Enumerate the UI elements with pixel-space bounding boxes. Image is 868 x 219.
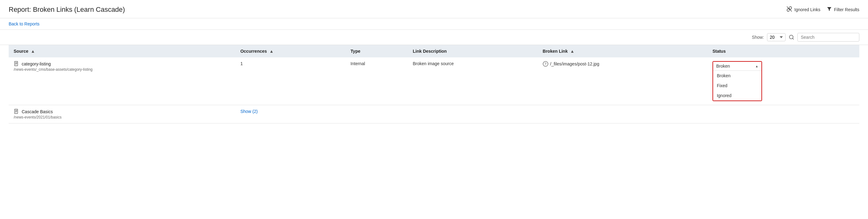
- filter-icon: [827, 6, 832, 13]
- source-name-text: Cascade Basics: [22, 109, 53, 114]
- table-header-row: Source ▲ Occurrences ▲ Type Link Descrip…: [9, 45, 859, 57]
- broken-link-text: /_files/images/post-12.jpg: [550, 61, 599, 66]
- ignored-links-label: Ignored Links: [794, 7, 820, 12]
- broken-links-table: Source ▲ Occurrences ▲ Type Link Descrip…: [9, 45, 859, 124]
- status-dropdown[interactable]: Broken ▲ Broken Fixed Ignored: [712, 61, 762, 101]
- search-input[interactable]: [797, 33, 859, 42]
- source-path-text: /news-events/2021/01/basics: [13, 115, 230, 119]
- status-option-ignored[interactable]: Ignored: [713, 90, 762, 101]
- occurrences-cell: 1: [236, 57, 346, 105]
- status-option-broken[interactable]: Broken: [713, 71, 762, 81]
- col-occurrences: Occurrences ▲: [236, 45, 346, 57]
- occurrences-cell: Show (2): [236, 105, 346, 124]
- show-label: Show:: [752, 35, 764, 40]
- status-option-fixed[interactable]: Fixed: [713, 81, 762, 90]
- type-cell: [346, 105, 408, 124]
- header-actions: Ignored Links Filter Results: [786, 6, 859, 13]
- source-cell: Cascade Basics /news-events/2021/01/basi…: [9, 105, 236, 124]
- filter-results-label: Filter Results: [834, 7, 859, 12]
- source-cell: category-listing /news-events/_cms/base-…: [9, 57, 236, 105]
- source-sort-icon[interactable]: ▲: [31, 49, 35, 54]
- search-icon-button[interactable]: [789, 34, 794, 40]
- show-occurrences-link[interactable]: Show (2): [240, 109, 258, 114]
- table-row: category-listing /news-events/_cms/base-…: [9, 57, 859, 105]
- svg-line-2: [793, 38, 793, 39]
- status-cell: [708, 105, 859, 124]
- toolbar: Show: 10 20 50 100: [0, 30, 868, 45]
- col-source: Source ▲: [9, 45, 236, 57]
- broken-link-cell: [538, 105, 708, 124]
- broken-link-cell: ? /_files/images/post-12.jpg: [538, 57, 708, 105]
- chevron-up-icon: ▲: [755, 64, 758, 68]
- document-icon: [13, 61, 19, 67]
- col-type: Type: [346, 45, 408, 57]
- status-selected-value: Broken: [716, 63, 730, 69]
- broken-link-icon: ?: [543, 61, 548, 67]
- back-to-reports-link[interactable]: Back to Reports: [0, 18, 868, 30]
- source-name-text: category-listing: [22, 61, 51, 66]
- source-path-text: /news-events/_cms/base-assets/category-l…: [13, 67, 230, 72]
- page-title: Report: Broken Links (Learn Cascade): [9, 6, 125, 13]
- occurrences-sort-icon[interactable]: ▲: [269, 49, 274, 54]
- status-options-list: Broken Fixed Ignored: [713, 71, 762, 101]
- status-cell: Broken ▲ Broken Fixed Ignored: [708, 57, 859, 105]
- link-description-cell: [408, 105, 537, 124]
- page-header: Report: Broken Links (Learn Cascade) Ign…: [0, 0, 868, 18]
- search-icon: [789, 34, 794, 40]
- ignored-links-icon: [786, 6, 793, 13]
- status-select-display[interactable]: Broken ▲: [713, 62, 762, 71]
- col-link-description: Link Description: [408, 45, 537, 57]
- filter-results-button[interactable]: Filter Results: [827, 6, 859, 13]
- broken-link-sort-icon[interactable]: ▲: [570, 49, 575, 54]
- link-description-cell: Broken image source: [408, 57, 537, 105]
- table-container: Source ▲ Occurrences ▲ Type Link Descrip…: [0, 45, 868, 124]
- col-status: Status: [708, 45, 859, 57]
- show-select[interactable]: 10 20 50 100: [767, 33, 785, 41]
- table-row: Cascade Basics /news-events/2021/01/basi…: [9, 105, 859, 124]
- col-broken-link: Broken Link ▲: [538, 45, 708, 57]
- type-cell: Internal: [346, 57, 408, 105]
- ignored-links-button[interactable]: Ignored Links: [786, 6, 820, 13]
- document-icon: [13, 109, 19, 114]
